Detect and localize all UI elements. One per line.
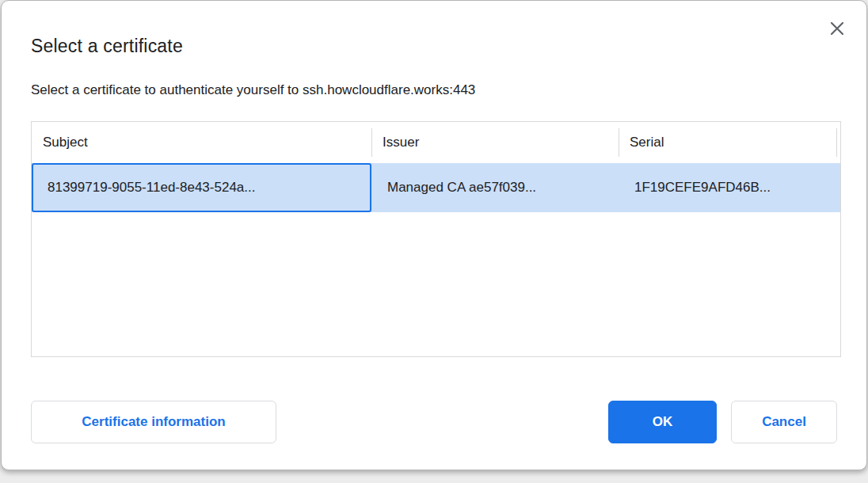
dialog-title: Select a certificate: [31, 36, 183, 57]
ok-button[interactable]: OK: [608, 401, 717, 443]
certificate-subject-cell[interactable]: 81399719-9055-11ed-8e43-524a...: [32, 163, 371, 212]
column-header-issuer[interactable]: Issuer: [371, 122, 619, 163]
certificate-issuer-cell[interactable]: Managed CA ae57f039...: [371, 163, 619, 212]
column-header-subject[interactable]: Subject: [32, 122, 371, 163]
certificate-serial-cell[interactable]: 1F19CEFE9AFD46B...: [619, 163, 842, 212]
column-header-serial[interactable]: Serial: [619, 122, 836, 163]
table-header: Subject Issuer Serial: [32, 122, 840, 163]
dialog-button-row: Certificate information OK Cancel: [31, 401, 837, 443]
certificate-table: Subject Issuer Serial 81399719-9055-11ed…: [31, 121, 841, 357]
certificate-row-selected[interactable]: 81399719-9055-11ed-8e43-524a... Managed …: [32, 163, 840, 212]
close-button[interactable]: [827, 18, 847, 39]
certificate-information-button[interactable]: Certificate information: [31, 401, 276, 443]
cancel-button[interactable]: Cancel: [731, 401, 837, 443]
close-icon: [830, 21, 844, 36]
certificate-select-dialog: Select a certificate Select a certificat…: [1, 0, 867, 470]
dialog-subtitle: Select a certificate to authenticate you…: [31, 82, 475, 98]
column-header-gutter: [836, 122, 847, 163]
